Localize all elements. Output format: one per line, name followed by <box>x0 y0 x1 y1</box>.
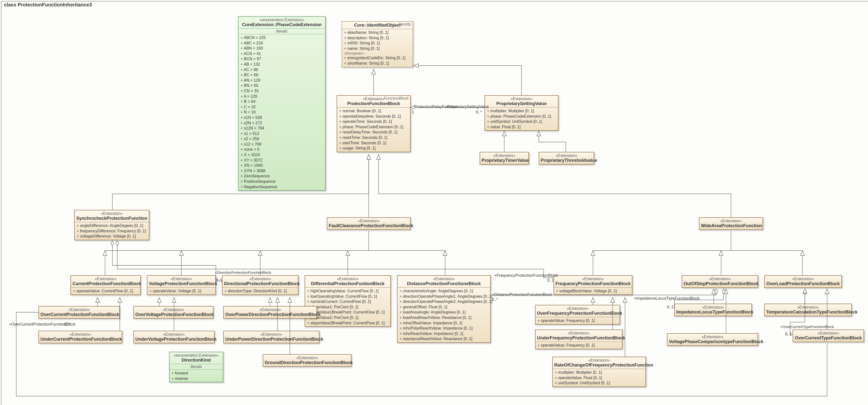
mult-ocPFB: 0..* <box>64 322 70 326</box>
attrs: highOperatingValue: CurrentFlow [0..1] l… <box>305 288 391 326</box>
name: DirectionKind <box>171 358 221 363</box>
stereo: «Extension» <box>72 277 139 281</box>
corner: Identity <box>398 22 411 27</box>
name: CurrentProtectionFunctionBlock <box>72 281 139 286</box>
stereo: «Extension» <box>225 332 317 337</box>
class-OverPowerDirectionProtectionFunctionBlock[interactable]: «Extension» OverPowerDirectionProtection… <box>223 306 317 319</box>
stereo: «Extension» <box>40 332 120 337</box>
literals: ABCN = 225 ABC = 224 ABN = 193 ACN = 41 … <box>239 34 325 190</box>
class-VoltagePhaseComparisontypeFunctionBlock[interactable]: «Extension» VoltagePhaseComparisontypeFu… <box>667 333 758 346</box>
name: UnderFrequencyProtectionFunctionBlock <box>537 336 621 341</box>
class-DirectionKind[interactable]: «enumeration,Extension» DirectionKind li… <box>169 352 223 382</box>
role-DistanceProtectionFunctionBlock: +DistanceProtectionFunctionBlock <box>492 292 552 297</box>
stereo: «Extension» <box>225 308 315 312</box>
name: UnderPowerDirectionProtectionFunctionBlo… <box>225 337 317 342</box>
class-UnderFrequencyProtectionFunctionBlock[interactable]: «Extension» UnderFrequencyProtectionFunc… <box>535 329 623 349</box>
class-ProtectionFunctionBlock[interactable]: FunctionBlock «Extension» ProtectionFunc… <box>337 95 411 152</box>
class-OverLoadProtectionFunctionBlock[interactable]: «Extension» OverLoadProtectionFunctionBl… <box>764 275 842 288</box>
stereo: «Extension» <box>537 306 618 311</box>
name: GroundDirectionProtectionFunctionBlock <box>265 360 349 365</box>
corner: FunctionBlock <box>384 96 409 100</box>
class-GroundDirectionProtectionFunctionBlock[interactable]: «Extension» GroundDirectionProtectionFun… <box>263 354 351 367</box>
class-ProprietaryTimerValue[interactable]: «Extension» ProprietaryTimerValue <box>479 152 529 165</box>
role-ProprietarySettingValue: +ProprietarySettingValue <box>445 105 483 109</box>
name: ProprietaryTimerValue <box>482 158 527 163</box>
class-UnderPowerDirectionProtectionFunctionBlock[interactable]: «Extension» UnderPowerDirectionProtectio… <box>223 331 319 343</box>
stereo: «Extension» <box>135 308 212 312</box>
literals-label: literals <box>239 29 325 34</box>
class-UnderVoltageProtectionFunctionBlock[interactable]: «Extension» UnderVoltageProtectionFuncti… <box>133 331 215 343</box>
attrs: normal: Boolean [0..1] operateDelaytime:… <box>337 108 410 152</box>
stereo-european: «European» <box>344 51 411 55</box>
frame-keyword: class <box>4 2 16 7</box>
attrs: aliasName: String [0..1] description: St… <box>342 29 412 67</box>
name: OverVoltageProtectionFunctionBlock <box>135 312 212 317</box>
stereo: «Extension» <box>135 332 213 337</box>
class-CurrentProtectionFunctionBlock[interactable]: «Extension» CurrentProtectionFunctionBlo… <box>70 275 141 295</box>
stereo: «Extension» <box>684 277 756 281</box>
class-VoltageProtectionFunctionBlock[interactable]: «Extension» VoltageProtectionFunctionBlo… <box>147 275 216 295</box>
name: OverPowerDirectionProtectionFunctionBloc… <box>225 312 315 317</box>
stereo: «Extension» <box>669 335 756 339</box>
class-ImpedanceLocusTypeFunctionBlock[interactable]: «Extension» ImpedanceLocusTypeFunctionBl… <box>674 303 752 316</box>
stereo: «Extension» <box>149 277 214 281</box>
class-PhaseCodeExtension[interactable]: «enumeration,Extension» CoreExtension::P… <box>238 16 326 191</box>
stereo: «Extension» <box>76 211 147 216</box>
class-DifferentialProtectionFuntionBlock[interactable]: «Extension» DifferentialProtectionFuntio… <box>305 275 391 327</box>
role-DirectionProtectionFunctionBlock: +DirectionProtectionFunctionBlock <box>215 270 271 274</box>
name: OverLoadProtectionFunctionBlock <box>766 281 840 286</box>
stereo: «Extension» <box>482 153 527 158</box>
name: OverFrequencyProtectionFunctionBlock <box>537 311 618 316</box>
class-WideAreaProtectionFunction[interactable]: «Extension» WideAreaProtectionFunction <box>699 217 763 230</box>
stereo: «Extension» <box>554 358 644 363</box>
class-ProprietaryThresholdvalue[interactable]: «Extension» ProprietaryThresholdvalue <box>539 152 594 165</box>
name: RateOfChangeOfFrequencyProtectionFunctio… <box>554 363 644 368</box>
class-DistanceProtectionFunctioneBlock[interactable]: «Extension» DistanceProtectionFunctioneB… <box>397 275 491 343</box>
stereo: «Extension» <box>676 305 750 310</box>
stereo: «enumeration,Extension» <box>171 353 221 358</box>
stereo: «Extension» <box>701 219 761 223</box>
stereo: «Extension» <box>556 277 630 281</box>
attrs: multiplier: Multiplier [0..1] phase: Pha… <box>485 108 558 130</box>
role-ImpedanceLocusTypeFunctionBlock: +ImpedanceLocusTypeFunctionBlock <box>634 296 700 301</box>
class-UnderCurrentProtectionFunctionBlock[interactable]: «Extension» UnderCurrentProtectionFuncti… <box>38 331 122 343</box>
class-OverVoltageProtectionFunctionBlock[interactable]: «Extension» OverVoltageProtectionFunctio… <box>133 306 213 319</box>
mult-impFB: 0..1 <box>667 305 674 309</box>
class-FrequencyProtectionFunctionBlock[interactable]: «Extension» FrequencyProtectionFunctionB… <box>554 275 632 295</box>
name: UnderCurrentProtectionFunctionBlock <box>40 337 120 342</box>
mult-freqFB: 0..1 <box>547 278 554 283</box>
stereo: «Extension» <box>766 277 840 281</box>
class-SynchrocheckProtectionFunction[interactable]: «Extension» SynchrocheckProtectionFuncti… <box>74 210 149 240</box>
class-RateOfChangeOfFrequencyProtectionFunction[interactable]: «Extension» RateOfChangeOfFrequencyProte… <box>552 357 646 387</box>
role-OverCurrentTypeFunctionBlock: +OverCurrentTypeFunctionBlock <box>780 325 834 329</box>
class-OutOfStepProtectionFunctionBlock[interactable]: «Extension» OutOfStepProtectionFunctionB… <box>682 275 758 288</box>
class-FaultClearanceProtectionFunctionBlock[interactable]: «Extension» FaultClearanceProtectionFunc… <box>327 217 411 230</box>
mult-prf: 1 <box>412 110 414 114</box>
name: ProprietarySettingValue <box>487 101 557 106</box>
class-OverCurrentProtectionFunctionBlock[interactable]: «Extension» OverCurrentProtectionFunctio… <box>38 306 120 319</box>
class-OverCurrentTypeFunctionBlock[interactable]: «Extension» OverCurrentTypeFunctionBlock <box>793 329 864 342</box>
class-ProprietarySettingValue[interactable]: «Extension» ProprietarySettingValue mult… <box>485 95 558 131</box>
class-OverFrequencyProtectionFunctionBlock[interactable]: «Extension» OverFrequencyProtectionFunct… <box>535 305 620 325</box>
stereo: «Extension» <box>541 153 592 158</box>
name: DistanceProtectionFunctioneBlock <box>399 281 489 286</box>
class-TemperatureCalculationTypeFunctionBlock[interactable]: «Extension» TemperatureCalculationTypeFu… <box>764 303 852 316</box>
attrs: angleDifference: AngleDegees [0..1] freq… <box>75 222 149 240</box>
class-DirectionalProtectionFunctionBlock[interactable]: «Extension» DirectionalProtectionFunctio… <box>222 275 299 295</box>
stereo: «enumeration,Extension» <box>240 18 323 22</box>
name: WideAreaProtectionFunction <box>701 223 761 228</box>
name: OverCurrentProtectionFunctionBlock <box>40 312 118 317</box>
stereo: «Extension» <box>766 305 850 310</box>
class-IdentifiedObject[interactable]: Identity Core::IdentifiedObject aliasNam… <box>342 21 413 67</box>
name: OutOfStepProtectionFunctionBlock <box>684 281 756 286</box>
mult-psv: 0..* <box>476 110 482 114</box>
name: VoltageProtectionFunctionBlock <box>149 281 214 286</box>
name: ImpedanceLocusTypeFunctionBlock <box>676 310 750 315</box>
name: DifferentialProtectionFuntionBlock <box>307 281 389 286</box>
literals-label: literals <box>169 364 223 370</box>
stereo: «Extension» <box>537 331 621 336</box>
frame-name: ProtectionFunctionInheritance3 <box>18 2 92 7</box>
name: TemperatureCalculationTypeFunctionBlock <box>766 310 850 315</box>
stereo: «Extension» <box>329 219 409 223</box>
role-FrequencyProtectionFunctionBlock: +FrequencyProtectionFunctionBlock <box>494 273 558 278</box>
